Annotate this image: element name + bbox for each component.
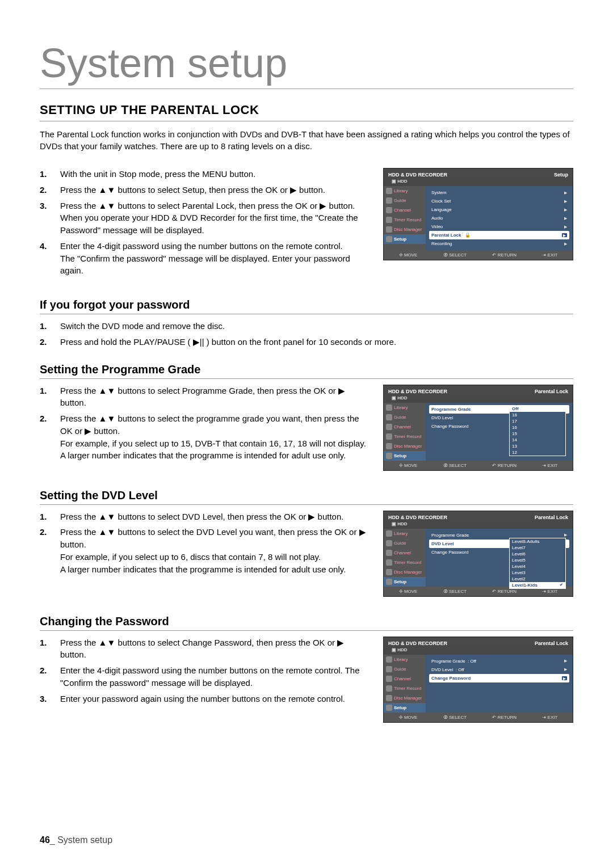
section-intro: The Parental Lock function works in conj… — [40, 128, 573, 152]
osd-change-password: HDD & DVD RECORDERParental Lock ▣ HDD Li… — [383, 637, 573, 723]
section-heading-parental-lock: SETTING UP THE PARENTAL LOCK — [40, 103, 573, 121]
steps-pgrade: 1.Press the ▲▼ buttons to select Program… — [40, 385, 372, 462]
dvd-level-options: Level8-Adults Level7 Level6 Level5 Level… — [509, 538, 566, 589]
osd-programme-grade: HDD & DVD RECORDERParental Lock ▣ HDD Li… — [383, 385, 573, 471]
steps-dvd-level: 1.Press the ▲▼ buttons to select DVD Lev… — [40, 511, 372, 576]
steps-change-password: 1.Press the ▲▼ buttons to select Change … — [40, 637, 372, 705]
steps-parental-lock: 1.With the unit in Stop mode, press the … — [40, 168, 372, 277]
lock-icon: 🔒 — [465, 233, 471, 238]
heading-forgot-password: If you forgot your password — [40, 298, 573, 314]
steps-forgot: 1.Switch the DVD mode and remove the dis… — [40, 320, 573, 348]
osd-dvd-level: HDD & DVD RECORDERParental Lock ▣ HDD Li… — [383, 511, 573, 597]
heading-dvd-level: Setting the DVD Level — [40, 489, 573, 505]
programme-grade-options: Off 18 17 16 15 14 13 12 — [509, 405, 566, 456]
page-title: System setup — [40, 40, 573, 89]
heading-change-password: Changing the Password — [40, 615, 573, 631]
heading-programme-grade: Setting the Programme Grade — [40, 363, 573, 379]
osd-setup-menu: HDD & DVD RECORDERSetup ▣ HDD Library Gu… — [383, 168, 573, 260]
page-footer: 46_ System setup — [40, 835, 112, 845]
osd-sidebar: Library Guide Channel Timer Record Disc … — [384, 186, 426, 250]
